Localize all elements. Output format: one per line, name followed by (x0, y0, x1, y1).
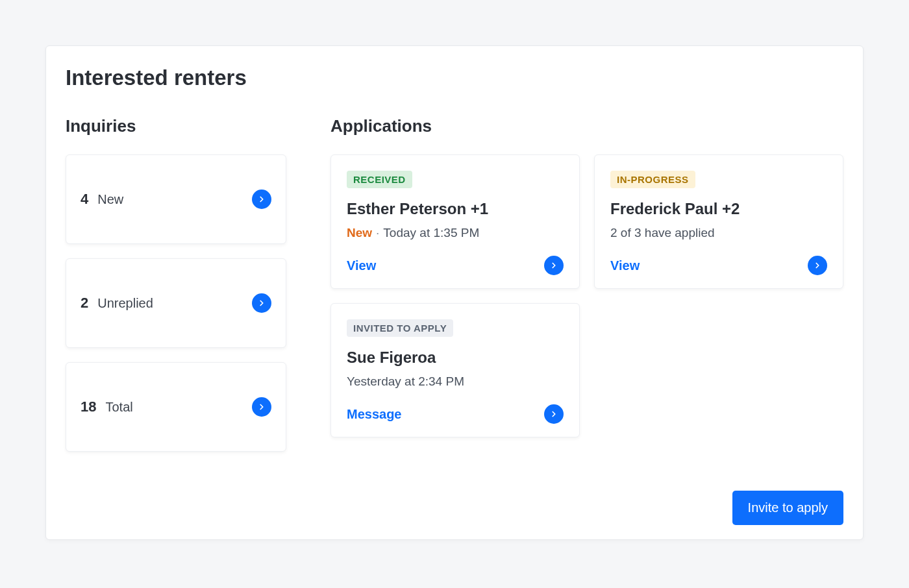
chevron-right-icon[interactable] (808, 256, 827, 275)
new-flag: New (347, 226, 372, 239)
chevron-right-icon[interactable] (544, 256, 564, 275)
inquiries-column: Inquiries 4 New 2 Unreplied (66, 116, 286, 466)
chevron-right-icon[interactable] (544, 404, 564, 424)
application-card-invited[interactable]: INVITED TO APPLY Sue Figeroa Yesterday a… (330, 303, 580, 437)
interested-renters-panel: Interested renters Inquiries 4 New 2 Unr… (45, 45, 864, 540)
invite-to-apply-button[interactable]: Invite to apply (732, 491, 843, 525)
inquiry-count: 18 (81, 398, 96, 415)
chevron-right-icon[interactable] (252, 397, 271, 417)
view-link[interactable]: View (347, 258, 376, 273)
view-link[interactable]: View (610, 258, 640, 273)
message-link[interactable]: Message (347, 407, 402, 422)
dot-separator: · (376, 226, 379, 239)
applicant-name: Esther Peterson +1 (347, 200, 564, 218)
status-badge-invited: INVITED TO APPLY (347, 319, 453, 337)
status-badge-in-progress: IN-PROGRESS (610, 171, 695, 188)
application-card-received[interactable]: RECEIVED Esther Peterson +1 New·Today at… (330, 154, 580, 289)
application-subtext: New·Today at 1:35 PM (347, 226, 564, 240)
inquiry-label: Unreplied (97, 296, 153, 311)
application-card-in-progress[interactable]: IN-PROGRESS Frederick Paul +2 2 of 3 hav… (594, 154, 843, 289)
inquiry-count: 4 (81, 191, 88, 208)
page-title: Interested renters (66, 66, 843, 90)
footer-row: Invite to apply (66, 491, 843, 525)
inquiry-card-new[interactable]: 4 New (66, 154, 286, 244)
applicant-name: Frederick Paul +2 (610, 200, 827, 218)
inquiry-count: 2 (81, 295, 88, 312)
application-time: Today at 1:35 PM (383, 226, 479, 239)
application-subtext: 2 of 3 have applied (610, 226, 827, 240)
columns: Inquiries 4 New 2 Unreplied (66, 116, 843, 466)
status-badge-received: RECEIVED (347, 171, 412, 188)
application-footer: View (610, 256, 827, 275)
inquiry-left: 2 Unreplied (81, 295, 153, 312)
applications-column: Applications RECEIVED Esther Peterson +1… (330, 116, 843, 437)
inquiry-card-unreplied[interactable]: 2 Unreplied (66, 258, 286, 348)
inquiry-card-total[interactable]: 18 Total (66, 362, 286, 452)
applicant-name: Sue Figeroa (347, 349, 564, 367)
application-footer: View (347, 256, 564, 275)
chevron-right-icon[interactable] (252, 190, 271, 209)
inquiry-label: New (97, 192, 123, 207)
inquiry-label: Total (105, 400, 132, 415)
chevron-right-icon[interactable] (252, 293, 271, 313)
applications-grid: RECEIVED Esther Peterson +1 New·Today at… (330, 154, 843, 437)
application-subtext: Yesterday at 2:34 PM (347, 374, 564, 389)
inquiry-left: 18 Total (81, 398, 133, 415)
application-footer: Message (347, 404, 564, 424)
applications-heading: Applications (330, 116, 843, 136)
inquiries-heading: Inquiries (66, 116, 286, 136)
inquiry-left: 4 New (81, 191, 123, 208)
